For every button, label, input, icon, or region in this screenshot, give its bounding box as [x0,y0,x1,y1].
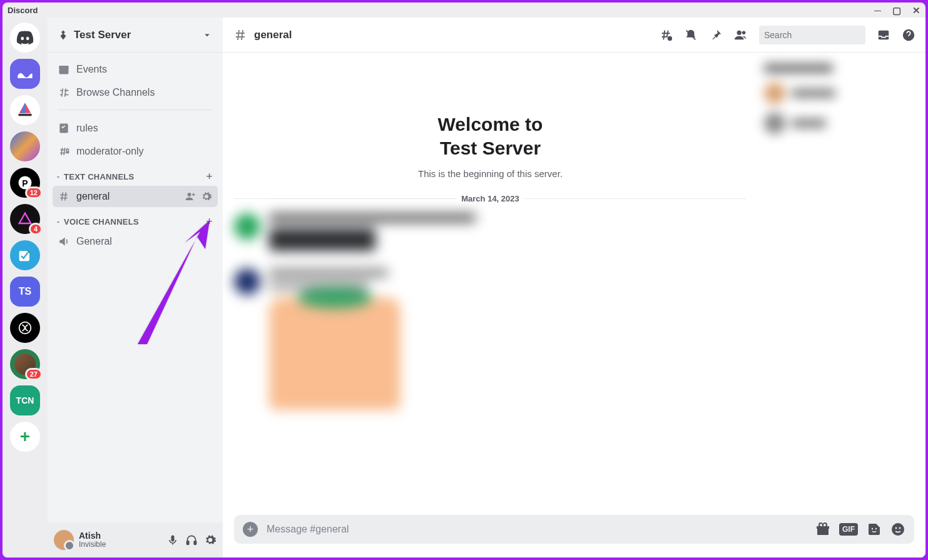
server-icon-8[interactable] [10,313,40,343]
svg-point-15 [742,31,746,34]
invite-icon[interactable] [184,191,196,202]
notifications-muted-icon[interactable] [684,28,698,42]
inbox-icon[interactable] [877,28,890,42]
welcome-subtitle: This is the beginning of this server. [234,168,747,179]
category-voice-channels[interactable]: VOICE CHANNELS + [53,209,218,231]
server-icon-3[interactable] [10,131,40,161]
svg-point-13 [668,36,672,40]
svg-rect-17 [879,30,889,39]
sidebar-label: Browse Channels [76,87,155,98]
hash-lock-icon [58,145,70,158]
svg-rect-11 [187,541,189,545]
server-icon-4[interactable]: P 12 [10,168,40,198]
add-channel-button[interactable]: + [206,170,215,183]
gear-icon[interactable] [200,191,213,202]
hash-icon [233,28,248,43]
server-icon-5[interactable]: 4 [10,204,40,234]
home-button[interactable] [10,23,40,53]
category-text-channels[interactable]: TEXT CHANNELS + [53,164,218,186]
server-icon-2[interactable] [10,95,40,125]
welcome-block: Welcome to Test Server This is the begin… [234,113,747,179]
channel-general-voice[interactable]: General [53,231,218,252]
server-icon-1[interactable] [10,59,40,89]
messages-pane[interactable]: Welcome to Test Server This is the begin… [223,53,758,515]
badge-count: 12 [25,186,43,199]
channel-moderator[interactable]: moderator-only [53,141,218,162]
check-arrow-icon [16,247,34,264]
channel-sidebar: Test Server Events Browse Channels rules [48,18,223,557]
chat-header: general [223,18,925,53]
server-rail: P 12 4 TS 27 TCN + [3,18,48,557]
sidebar-item-events[interactable]: Events [53,59,218,80]
server-icon-7[interactable]: TS [10,277,40,307]
channel-title: general [254,29,292,41]
badge-count: 27 [25,368,43,380]
svg-rect-12 [194,541,196,545]
knot-icon [16,319,34,337]
search-input[interactable] [764,30,874,40]
channel-list: Events Browse Channels rules moderator-o… [48,53,223,522]
channel-label: general [76,191,110,202]
gif-button[interactable]: GIF [839,523,858,536]
user-panel: Atish Invisible [48,522,223,557]
svg-rect-6 [59,66,69,68]
user-avatar[interactable] [54,530,74,550]
svg-point-9 [188,193,191,196]
boost-icon [58,29,69,41]
settings-gear-icon[interactable] [204,534,217,546]
headphones-icon[interactable] [185,534,198,546]
minimize-button[interactable]: ─ [874,6,881,15]
server-icon-6[interactable] [10,240,40,270]
app-title: Discord [8,6,38,15]
sidebar-item-browse[interactable]: Browse Channels [53,82,218,103]
channel-general-text[interactable]: general [53,186,218,207]
chevron-down-icon [201,29,213,41]
svg-rect-8 [66,151,69,153]
server-icon-10[interactable]: TCN [10,385,40,415]
divider [58,109,213,110]
sidebar-label: Events [76,64,107,75]
emoji-icon[interactable] [890,522,905,537]
pin-icon[interactable] [709,28,723,42]
add-channel-button[interactable]: + [206,215,215,228]
app-window: Discord ─ ▢ ✕ P 12 4 [3,3,925,557]
window-controls: ─ ▢ ✕ [874,6,920,15]
message-input[interactable]: + GIF [234,515,914,544]
gift-icon[interactable] [815,522,830,537]
add-server-button[interactable]: + [10,422,40,452]
maximize-button[interactable]: ▢ [892,6,901,15]
date-divider: March 14, 2023 [234,194,747,203]
svg-rect-0 [19,114,32,116]
members-icon[interactable] [734,28,748,42]
speaker-icon [58,235,70,248]
user-info[interactable]: Atish Invisible [79,531,161,549]
threads-icon[interactable] [659,28,673,42]
user-name: Atish [79,531,161,541]
chat-area: general [223,18,925,557]
discord-logo-icon [16,29,34,46]
server-name: Test Server [74,29,131,41]
server-icon-9[interactable]: 27 [10,349,40,379]
welcome-title-line1: Welcome to [438,114,543,135]
server-header-dropdown[interactable]: Test Server [48,18,223,53]
channel-rules[interactable]: rules [53,118,218,139]
svg-rect-7 [59,124,68,133]
message-text-input[interactable] [267,524,807,535]
member-list[interactable] [758,53,925,515]
search-box[interactable] [759,26,865,44]
mic-icon[interactable] [166,534,179,546]
channel-label: rules [76,123,98,134]
welcome-title-line2: Test Server [440,138,541,158]
message-input-area: + GIF [223,515,925,557]
browse-icon [58,86,70,99]
badge-count: 4 [29,223,43,235]
channel-label: moderator-only [76,146,144,157]
svg-text:P: P [22,178,28,188]
help-icon[interactable] [902,28,915,42]
blurred-message-1 [234,213,747,251]
sticker-icon[interactable] [867,522,882,537]
close-button[interactable]: ✕ [912,6,920,15]
attach-button[interactable]: + [243,522,258,537]
svg-point-23 [892,523,904,536]
chevron-down-icon [55,219,61,225]
